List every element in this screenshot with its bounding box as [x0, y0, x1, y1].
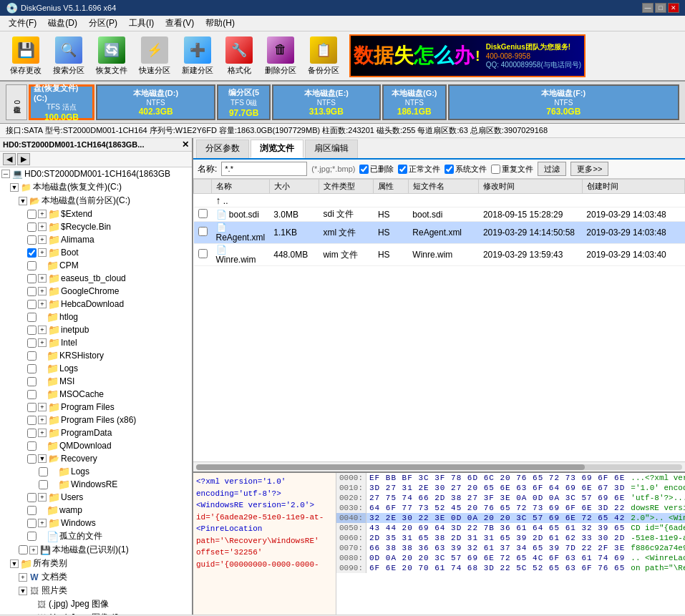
tree-toggle-hd0[interactable]: ─ [1, 170, 10, 178]
tree-check-easeus[interactable] [27, 274, 37, 283]
tree-toggle-pfx86[interactable]: + [38, 416, 47, 424]
row-bootsdi-check[interactable] [194, 207, 212, 222]
col-type[interactable]: 文件类型 [319, 180, 374, 194]
col-attr[interactable]: 属性 [374, 180, 408, 194]
tree-node-programfilesx86[interactable]: + 📁 Program Files (x86) [0, 414, 192, 426]
row-winre-check[interactable] [194, 244, 212, 266]
tree-node-programdata[interactable]: + 📁 ProgramData [0, 426, 192, 439]
tree-toggle-pf[interactable]: + [38, 403, 47, 411]
table-row-parent[interactable]: ↑ .. [194, 194, 685, 207]
tree-node-recycle[interactable]: + 📁 $Recycle.Bin [0, 220, 192, 233]
tree-node-msi[interactable]: 📁 MSI [0, 375, 192, 388]
close-left-panel-icon[interactable]: ✕ [182, 140, 189, 150]
tree-check-msocache[interactable] [27, 390, 37, 399]
tab-sector-edit[interactable]: 扇区编辑 [305, 140, 358, 158]
tree-toggle-photos[interactable]: ▼ [19, 587, 27, 595]
file-scroll-bar[interactable] [193, 461, 685, 471]
reagent-checkbox[interactable] [198, 227, 208, 236]
tree-node-alimama[interactable]: + 📁 Alimama [0, 233, 192, 246]
menu-file[interactable]: 文件(F) [3, 16, 42, 31]
tree-node-windows[interactable]: + 📁 Windows [0, 517, 192, 529]
tree-node-chrome[interactable]: + 📁 GoogleChrome [0, 285, 192, 298]
tree-check-extend[interactable] [27, 210, 37, 219]
tree-node-msocache[interactable]: 📁 MSOCache [0, 388, 192, 401]
filter-dup-checkbox[interactable] [491, 165, 500, 174]
bootsdi-checkbox[interactable] [198, 209, 208, 218]
tree-nav-back[interactable]: ◀ [3, 153, 16, 165]
partition-5[interactable]: 编分区(5 TFS 0磁 97.7GB [217, 84, 270, 120]
tree-check-inetpub[interactable] [27, 326, 37, 335]
tree-check-windowsre[interactable] [39, 480, 48, 489]
tree-check-hebca[interactable] [27, 300, 37, 309]
tree-node-qmdownload[interactable]: 📁 QMDownload [0, 439, 192, 452]
filter-system-check[interactable]: 系统文件 [444, 164, 487, 175]
more-button[interactable]: 更多>> [570, 162, 608, 176]
tab-browse-files[interactable]: 浏览文件 [251, 140, 303, 158]
tree-toggle-dr[interactable]: + [29, 546, 38, 554]
tree-toggle-hebca[interactable]: + [38, 300, 47, 308]
tree-node-krshistory[interactable]: 📁 KRSHistory [0, 349, 192, 362]
tree-toggle-boot[interactable]: + [38, 248, 47, 257]
tree-check-pd[interactable] [27, 429, 37, 438]
tree-toggle-pd[interactable]: + [38, 429, 47, 437]
tree-check-msi[interactable] [27, 377, 37, 386]
tree-node-programfiles[interactable]: + 📁 Program Files [0, 401, 192, 414]
menu-view[interactable]: 查看(V) [160, 16, 200, 31]
menu-tools[interactable]: 工具(I) [123, 16, 160, 31]
tree-node-windowsre[interactable]: 📁 WindowsRE [0, 478, 192, 491]
tree-check-boot[interactable] [27, 248, 37, 258]
maximize-button[interactable]: □ [655, 3, 666, 13]
tree-nav-forward[interactable]: ▶ [17, 153, 30, 165]
tree-toggle-chrome[interactable]: + [38, 287, 47, 295]
delete-partition-button[interactable]: 🗑 删除分区 [261, 35, 301, 77]
tree-node-boot[interactable]: + 📁 Boot [0, 246, 192, 259]
tree-node-photos[interactable]: ▼ 🖼 照片类 [0, 584, 192, 597]
tree-check-isolated[interactable] [27, 532, 37, 541]
partition-f[interactable]: 本地磁盘(F:) NTFS 763.0GB [448, 84, 679, 120]
menu-help[interactable]: 帮助(H) [200, 16, 241, 31]
tree-node-isolated[interactable]: 📄 孤立的文件 [0, 529, 192, 543]
save-button[interactable]: 💾 保存更改 [6, 35, 46, 77]
filter-button[interactable]: 过滤 [538, 162, 566, 176]
tree-check-recovery-logs[interactable] [39, 467, 48, 476]
menu-partition[interactable]: 分区(P) [83, 16, 123, 31]
tree-check-recovery[interactable] [27, 454, 37, 464]
tree-check-qm[interactable] [27, 441, 37, 451]
tree-check-users[interactable] [27, 493, 37, 502]
table-row-reagent[interactable]: 📄 ReAgent.xml 1.1KB xml 文件 HS ReAgent.xm… [194, 222, 685, 244]
tree-node-easeus[interactable]: + 📁 easeus_tb_cloud [0, 272, 192, 285]
new-partition-button[interactable]: ➕ 新建分区 [178, 35, 218, 77]
tab-partition-params[interactable]: 分区参数 [196, 140, 249, 158]
tree-toggle-users[interactable]: + [38, 493, 47, 502]
tree-check-alimama[interactable] [27, 235, 37, 245]
col-created[interactable]: 创建时间 [582, 180, 684, 194]
filter-normal-check[interactable]: 正常文件 [398, 164, 440, 175]
tree-check-intel[interactable] [27, 338, 37, 348]
tree-check-krs[interactable] [27, 351, 37, 361]
row-reagent-check[interactable] [194, 222, 212, 244]
partition-g[interactable]: 本地磁盘(G:) NTFS 186.1GB [382, 84, 447, 120]
partition-e[interactable]: 本地磁盘(E:) NTFS 313.9GB [272, 84, 381, 120]
tree-toggle-inetpub[interactable]: + [38, 326, 47, 334]
tree-check-dr[interactable] [19, 545, 28, 554]
tree-toggle-recycle[interactable]: + [38, 223, 47, 231]
col-modified[interactable]: 修改时间 [479, 180, 582, 194]
filter-dup-check[interactable]: 重复文件 [491, 164, 533, 175]
tree-node-jpg1[interactable]: 🖼 (.jpg) Jpeg 图像 [0, 597, 192, 611]
tree-node-cpm[interactable]: 📁 CPM [0, 259, 192, 272]
tree-toggle-extend[interactable]: + [38, 210, 47, 218]
backup-button[interactable]: 📋 备份分区 [303, 35, 344, 77]
tree-node-wamp[interactable]: 📁 wamp [0, 504, 192, 517]
tree-check-windows[interactable] [27, 519, 37, 528]
recover-button[interactable]: 🔄 恢复文件 [92, 35, 132, 77]
menu-disk[interactable]: 磁盘(D) [42, 16, 83, 31]
tree-toggle-intel[interactable]: + [38, 338, 47, 347]
tree-check-htlog[interactable] [27, 313, 37, 322]
tree-node-hd0[interactable]: ─ 💻 HD0:ST2000DM001-1CH164(1863GB [0, 167, 192, 180]
tree-toggle-all[interactable]: ▼ [10, 559, 19, 568]
tree-toggle-disk-c-recovery[interactable]: ▼ [10, 183, 19, 192]
winre-checkbox[interactable] [198, 249, 208, 258]
search-partition-button[interactable]: 🔍 搜索分区 [49, 35, 89, 77]
tree-node-inetpub[interactable]: + 📁 inetpub [0, 323, 192, 336]
tree-toggle-docs[interactable]: + [19, 573, 27, 582]
